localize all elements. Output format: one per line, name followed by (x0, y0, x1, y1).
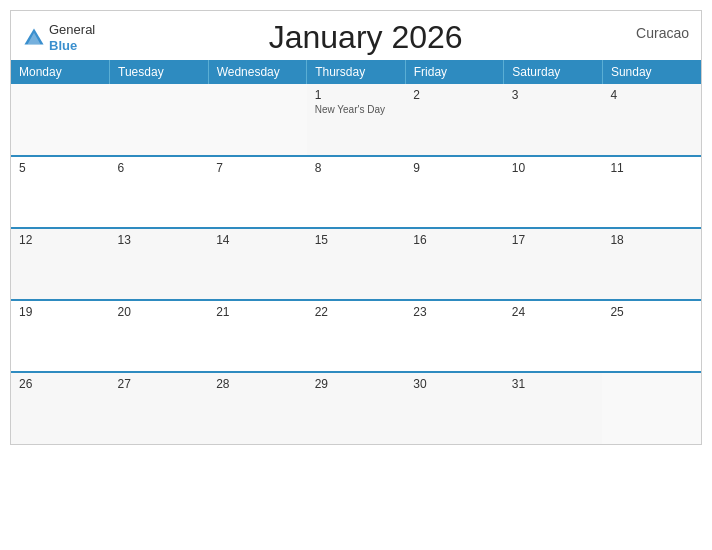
day-number: 11 (610, 161, 693, 175)
weekday-header-saturday: Saturday (504, 60, 603, 84)
day-number: 21 (216, 305, 299, 319)
calendar-header: General Blue January 2026 Curacao (11, 11, 701, 60)
calendar-cell: 10 (504, 156, 603, 228)
calendar-tbody: 1New Year's Day2345678910111213141516171… (11, 84, 701, 444)
day-number: 1 (315, 88, 398, 102)
day-number: 31 (512, 377, 595, 391)
calendar-cell (208, 84, 307, 156)
day-number: 26 (19, 377, 102, 391)
day-number: 16 (413, 233, 496, 247)
calendar-cell (602, 372, 701, 444)
calendar-cell: 22 (307, 300, 406, 372)
calendar-week-row: 19202122232425 (11, 300, 701, 372)
calendar-cell: 2 (405, 84, 504, 156)
day-number: 4 (610, 88, 693, 102)
calendar-week-row: 12131415161718 (11, 228, 701, 300)
calendar-cell: 1New Year's Day (307, 84, 406, 156)
weekday-header-monday: Monday (11, 60, 110, 84)
calendar-cell: 3 (504, 84, 603, 156)
day-number: 17 (512, 233, 595, 247)
calendar-cell: 14 (208, 228, 307, 300)
weekday-header-tuesday: Tuesday (110, 60, 209, 84)
calendar-cell: 16 (405, 228, 504, 300)
day-number: 6 (118, 161, 201, 175)
calendar-cell: 18 (602, 228, 701, 300)
calendar-cell: 15 (307, 228, 406, 300)
day-number: 24 (512, 305, 595, 319)
calendar-cell: 20 (110, 300, 209, 372)
day-number: 19 (19, 305, 102, 319)
day-number: 27 (118, 377, 201, 391)
calendar-cell: 7 (208, 156, 307, 228)
day-number: 5 (19, 161, 102, 175)
calendar-thead: MondayTuesdayWednesdayThursdayFridaySatu… (11, 60, 701, 84)
day-number: 8 (315, 161, 398, 175)
calendar-cell: 26 (11, 372, 110, 444)
day-number: 18 (610, 233, 693, 247)
calendar-cell: 5 (11, 156, 110, 228)
calendar-cell: 30 (405, 372, 504, 444)
calendar-cell (110, 84, 209, 156)
calendar-cell: 27 (110, 372, 209, 444)
logo-icon (23, 27, 45, 49)
day-number: 2 (413, 88, 496, 102)
day-number: 7 (216, 161, 299, 175)
weekday-header-friday: Friday (405, 60, 504, 84)
calendar-cell: 25 (602, 300, 701, 372)
day-number: 10 (512, 161, 595, 175)
logo-general: General (49, 22, 95, 38)
calendar-cell: 19 (11, 300, 110, 372)
calendar-cell: 29 (307, 372, 406, 444)
day-number: 28 (216, 377, 299, 391)
day-number: 29 (315, 377, 398, 391)
calendar-cell: 11 (602, 156, 701, 228)
day-number: 23 (413, 305, 496, 319)
day-number: 3 (512, 88, 595, 102)
day-number: 14 (216, 233, 299, 247)
calendar-cell: 12 (11, 228, 110, 300)
calendar-container: General Blue January 2026 Curacao Monday… (10, 10, 702, 445)
calendar-week-row: 567891011 (11, 156, 701, 228)
day-number: 25 (610, 305, 693, 319)
calendar-cell: 31 (504, 372, 603, 444)
day-number: 9 (413, 161, 496, 175)
day-number: 22 (315, 305, 398, 319)
weekday-header-sunday: Sunday (602, 60, 701, 84)
calendar-cell: 28 (208, 372, 307, 444)
weekday-header-wednesday: Wednesday (208, 60, 307, 84)
calendar-cell: 21 (208, 300, 307, 372)
logo-text: General Blue (49, 22, 95, 53)
day-number: 20 (118, 305, 201, 319)
day-event: New Year's Day (315, 104, 398, 115)
day-number: 30 (413, 377, 496, 391)
logo-blue: Blue (49, 38, 95, 54)
calendar-cell: 24 (504, 300, 603, 372)
calendar-cell: 13 (110, 228, 209, 300)
weekday-header-row: MondayTuesdayWednesdayThursdayFridaySatu… (11, 60, 701, 84)
calendar-title: January 2026 (95, 19, 636, 56)
day-number: 15 (315, 233, 398, 247)
calendar-cell: 9 (405, 156, 504, 228)
calendar-cell: 17 (504, 228, 603, 300)
calendar-week-row: 1New Year's Day234 (11, 84, 701, 156)
calendar-table: MondayTuesdayWednesdayThursdayFridaySatu… (11, 60, 701, 444)
calendar-cell (11, 84, 110, 156)
calendar-cell: 6 (110, 156, 209, 228)
calendar-cell: 23 (405, 300, 504, 372)
weekday-header-thursday: Thursday (307, 60, 406, 84)
calendar-week-row: 262728293031 (11, 372, 701, 444)
calendar-cell: 4 (602, 84, 701, 156)
logo: General Blue (23, 22, 95, 53)
day-number: 12 (19, 233, 102, 247)
calendar-location: Curacao (636, 19, 689, 41)
calendar-cell: 8 (307, 156, 406, 228)
day-number: 13 (118, 233, 201, 247)
